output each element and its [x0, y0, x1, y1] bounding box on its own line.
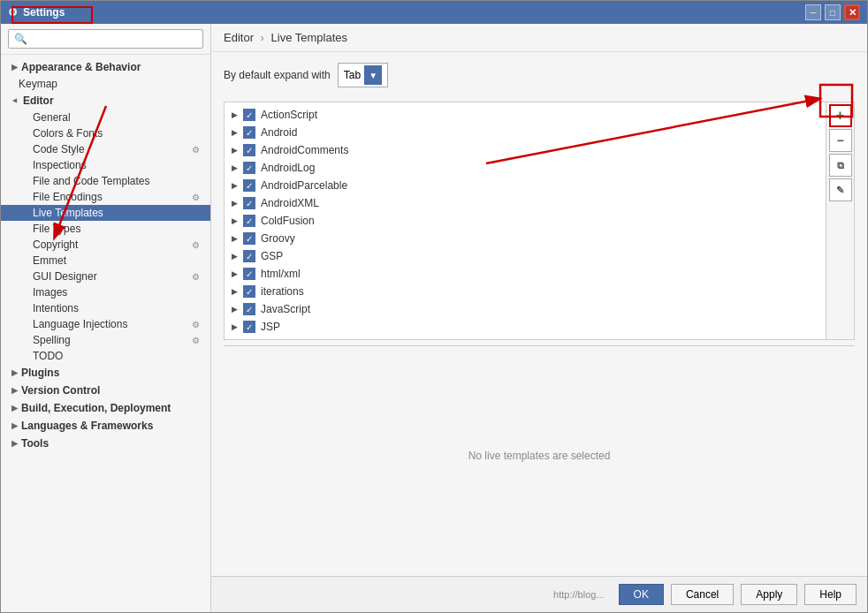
url-note: http://blog... [222, 589, 605, 600]
template-checkbox[interactable]: ✓ [243, 232, 255, 245]
group-arrow-icon: ▶ [232, 128, 238, 137]
template-checkbox[interactable]: ✓ [243, 215, 255, 227]
sidebar-item-label: Tools [21, 437, 49, 450]
template-checkbox[interactable]: ✓ [243, 162, 255, 174]
template-group-android[interactable]: ▶ ✓ Android [225, 124, 826, 141]
sidebar-item-copyright[interactable]: Copyright ⚙ [1, 237, 210, 253]
remove-template-button[interactable]: − [829, 129, 852, 152]
sidebar-item-languages[interactable]: ▶ Languages & Frameworks [1, 417, 210, 435]
minimize-button[interactable]: ─ [805, 4, 821, 20]
sidebar-item-plugins[interactable]: ▶ Plugins [1, 364, 210, 382]
sidebar-item-label: Plugins [21, 367, 59, 379]
sidebar-item-inspections[interactable]: Inspections [1, 157, 210, 173]
maximize-button[interactable]: □ [825, 4, 841, 20]
template-group-jsp[interactable]: ▶ ✓ JSP [225, 318, 826, 336]
search-input[interactable] [8, 29, 203, 49]
panel-container: Editor › Live Templates By default expan… [211, 24, 867, 612]
template-group-gsp[interactable]: ▶ ✓ GSP [225, 247, 826, 265]
sidebar-item-file-types[interactable]: File Types [1, 221, 210, 237]
template-label: AndroidComments [261, 144, 348, 156]
template-label: html/xml [261, 268, 301, 280]
sidebar-item-version-control[interactable]: ▶ Version Control [1, 382, 210, 399]
sidebar-item-emmet[interactable]: Emmet [1, 253, 210, 269]
group-arrow-icon: ▶ [232, 234, 238, 243]
template-checkbox[interactable]: ✓ [243, 109, 255, 121]
footer: http://blog... OK Cancel Apply Help [211, 576, 867, 612]
settings-window: ⚙ Settings ─ □ ✕ ▶ Appearance & Behavior [0, 0, 868, 613]
no-selection-area: No live templates are selected [224, 345, 855, 565]
template-group-androidparcelable[interactable]: ▶ ✓ AndroidParcelable [225, 177, 826, 194]
arrow-icon: ▶ [11, 63, 18, 72]
add-template-button[interactable]: + [829, 104, 852, 127]
sidebar-item-label: Version Control [21, 384, 100, 397]
arrow-icon: ▶ [11, 404, 18, 412]
expand-value: Tab [344, 69, 361, 81]
main-content: ▶ Appearance & Behavior Keymap ▼ Editor … [1, 24, 867, 612]
template-checkbox[interactable]: ✓ [243, 144, 255, 156]
sidebar-item-keymap[interactable]: Keymap [1, 76, 210, 92]
sidebar-item-colors-fonts[interactable]: Colors & Fonts [1, 125, 210, 141]
template-group-html-xml[interactable]: ▶ ✓ html/xml [225, 265, 826, 283]
expand-dropdown[interactable]: Tab ▼ [338, 63, 388, 87]
template-group-iterations[interactable]: ▶ ✓ iterations [225, 283, 826, 300]
template-checkbox[interactable]: ✓ [243, 303, 255, 315]
sidebar-item-spelling[interactable]: Spelling ⚙ [1, 332, 210, 348]
sidebar-item-label: File Types [33, 223, 80, 235]
sidebar-item-code-style[interactable]: Code Style ⚙ [1, 141, 210, 157]
ok-button[interactable]: OK [619, 584, 664, 605]
cancel-button[interactable]: Cancel [671, 584, 734, 605]
template-checkbox[interactable]: ✓ [243, 285, 255, 298]
sidebar-item-live-templates[interactable]: Live Templates [1, 205, 210, 221]
help-button[interactable]: Help [804, 584, 857, 605]
template-group-androidxml[interactable]: ▶ ✓ AndroidXML [225, 194, 826, 212]
sidebar-item-label: Language Injections [33, 318, 127, 330]
breadcrumb-parent: Editor [224, 31, 254, 44]
sidebar-item-gui-designer[interactable]: GUI Designer ⚙ [1, 269, 210, 284]
template-label: AndroidXML [261, 197, 319, 209]
apply-button[interactable]: Apply [741, 584, 797, 605]
no-selection-text: No live templates are selected [468, 450, 611, 462]
template-group-groovy[interactable]: ▶ ✓ Groovy [225, 230, 826, 247]
sidebar-item-label: TODO [33, 350, 63, 362]
sidebar-item-build[interactable]: ▶ Build, Execution, Deployment [1, 399, 210, 417]
window-title: Settings [23, 6, 65, 19]
template-group-androidlog[interactable]: ▶ ✓ AndroidLog [225, 159, 826, 177]
template-group-javascript[interactable]: ▶ ✓ JavaScript [225, 300, 826, 318]
sidebar-item-label: Keymap [19, 78, 57, 90]
dropdown-arrow-icon[interactable]: ▼ [364, 65, 382, 85]
template-group-actionscript[interactable]: ▶ ✓ ActionScript [225, 106, 826, 124]
template-checkbox[interactable]: ✓ [243, 179, 255, 192]
sidebar-item-file-code-templates[interactable]: File and Code Templates [1, 173, 210, 189]
arrow-icon: ▶ [11, 386, 18, 395]
group-arrow-icon: ▶ [232, 199, 238, 208]
sidebar-item-language-injections[interactable]: Language Injections ⚙ [1, 316, 210, 332]
settings-small-icon: ⚙ [192, 336, 200, 345]
sidebar-item-general[interactable]: General [1, 110, 210, 125]
sidebar-item-label: Live Templates [33, 207, 103, 219]
sidebar-item-editor[interactable]: ▼ Editor [1, 92, 210, 110]
template-checkbox[interactable]: ✓ [243, 268, 255, 280]
copy-template-button[interactable]: ⧉ [829, 154, 852, 177]
content-area: ▶ ✓ ActionScript ▶ ✓ Android [224, 102, 855, 340]
edit-template-button[interactable]: ✎ [829, 178, 852, 201]
sidebar-item-label: Code Style [33, 143, 85, 155]
sidebar-item-intentions[interactable]: Intentions [1, 300, 210, 316]
sidebar-item-label: Colors & Fonts [33, 127, 103, 140]
template-checkbox[interactable]: ✓ [243, 250, 255, 262]
toolbar-row: By default expand with Tab ▼ [224, 63, 855, 87]
sidebar-item-file-encodings[interactable]: File Encodings ⚙ [1, 189, 210, 205]
sidebar-item-label: Emmet [33, 254, 66, 267]
template-checkbox[interactable]: ✓ [243, 126, 255, 139]
sidebar-item-label: Copyright [33, 238, 78, 251]
template-group-androidcomments[interactable]: ▶ ✓ AndroidComments [225, 141, 826, 159]
sidebar-item-todo[interactable]: TODO [1, 348, 210, 364]
group-arrow-icon: ▶ [232, 163, 238, 172]
template-group-coldfusion[interactable]: ▶ ✓ ColdFusion [225, 212, 826, 230]
arrow-icon: ▶ [11, 368, 18, 377]
sidebar-item-tools[interactable]: ▶ Tools [1, 435, 210, 452]
template-checkbox[interactable]: ✓ [243, 197, 255, 209]
close-button[interactable]: ✕ [844, 4, 860, 20]
sidebar-item-images[interactable]: Images [1, 284, 210, 300]
sidebar-item-appearance[interactable]: ▶ Appearance & Behavior [1, 58, 210, 76]
template-checkbox[interactable]: ✓ [243, 321, 255, 333]
